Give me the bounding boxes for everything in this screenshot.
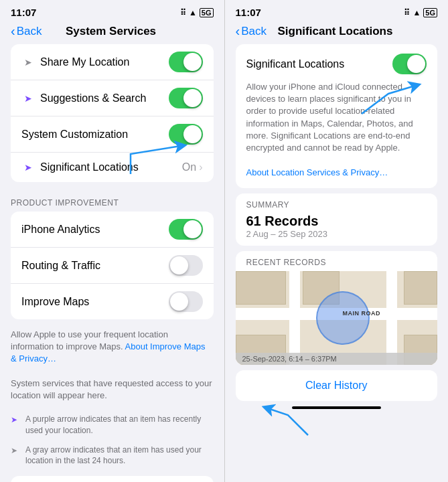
records-value: 61 Records	[246, 214, 427, 229]
legend-gray-text: A gray arrow indicates that an item has …	[25, 445, 214, 467]
summary-header: SUMMARY	[246, 200, 427, 210]
map-view[interactable]: MAIN ROAD 25-Sep-2023, 6:14 – 6:37PM	[236, 271, 438, 365]
row-share-location[interactable]: ➤ Share My Location	[11, 44, 214, 80]
summary-section: SUMMARY 61 Records 2 Aug – 25 Sep 2023	[236, 193, 438, 246]
row-suggestions[interactable]: ➤ Suggestions & Search	[11, 80, 214, 116]
road-label: MAIN ROAD	[343, 310, 381, 317]
status-icons-left: ⠿ ▲ 5G	[180, 8, 214, 17]
row-improve-maps[interactable]: Improve Maps	[11, 284, 214, 319]
legend-purple-text: A purple arrow indicates that an item ha…	[25, 414, 214, 436]
wifi-icon: ▲	[189, 8, 197, 17]
chevron-left-icon: ‹	[11, 23, 15, 39]
status-bar-section: Status Bar Icon	[11, 476, 214, 482]
building-3	[404, 271, 437, 305]
product-improvement-header: PRODUCT IMPROVEMENT	[0, 187, 224, 212]
dots-icon-right: ⠿	[404, 8, 410, 17]
system-customization-label: System Customization	[21, 129, 169, 141]
toggle-significant-locations-right[interactable]	[392, 54, 427, 74]
routing-traffic-label: Routing & Traffic	[21, 260, 169, 272]
back-button-left[interactable]: ‹ Back	[11, 23, 42, 39]
improve-maps-label: Improve Maps	[21, 296, 169, 308]
row-status-bar-icon[interactable]: Status Bar Icon	[11, 476, 214, 482]
recent-records-section: RECENT RECORDS MAIN ROAD 25-Sep-2023, 6:…	[236, 251, 438, 365]
status-icons-right: ⠿ ▲ 5G	[404, 8, 437, 17]
map-road-v3	[386, 271, 397, 365]
clear-history-section: Clear History	[236, 370, 438, 401]
chevron-left-icon-right: ‹	[236, 23, 240, 39]
legend-gray-icon: ➤	[11, 446, 17, 455]
row-system-customization[interactable]: System Customization	[11, 116, 214, 153]
row-iphone-analytics[interactable]: iPhone Analytics	[11, 212, 214, 248]
legend-purple: ➤ A purple arrow indicates that an item …	[0, 410, 224, 440]
status-bar-right: 11:07 ⠿ ▲ 5G	[225, 0, 449, 21]
page-title-left: System Services	[42, 25, 179, 38]
location-circle	[316, 291, 370, 345]
toggle-suggestions[interactable]	[169, 88, 203, 108]
sig-loc-title-row: Significant Locations	[246, 54, 427, 74]
significant-locations-card: Significant Locations Allow your iPhone …	[236, 44, 438, 188]
back-label-left: Back	[17, 25, 42, 38]
nav-bar-left: ‹ Back System Services	[0, 21, 224, 44]
toggle-improve-maps[interactable]	[169, 291, 203, 312]
back-button-right[interactable]: ‹ Back	[236, 23, 267, 39]
significant-locations-value: On	[182, 161, 196, 173]
significant-locations-label: Significant Locations	[40, 161, 182, 173]
left-screen: 11:07 ⠿ ▲ 5G ‹ Back System Services ➤ Sh…	[0, 0, 224, 482]
system-footer: System services that have requested acce…	[0, 374, 224, 410]
iphone-analytics-label: iPhone Analytics	[21, 224, 169, 236]
scroll-indicator-right	[292, 406, 381, 409]
clear-history-button[interactable]: Clear History	[305, 380, 367, 391]
chevron-right-icon: ›	[199, 161, 202, 173]
content-left: ➤ Share My Location ➤ Suggestions & Sear…	[0, 44, 224, 482]
dots-icon: ⠿	[180, 8, 186, 17]
improve-maps-footer: Allow Apple to use your frequent locatio…	[0, 325, 224, 374]
recent-records-header: RECENT RECORDS	[236, 251, 438, 271]
share-location-label: Share My Location	[40, 56, 169, 68]
toggle-iphone-analytics[interactable]	[169, 219, 203, 240]
wifi-icon-right: ▲	[413, 8, 421, 17]
status-bar-left: 11:07 ⠿ ▲ 5G	[0, 0, 224, 21]
content-right: Significant Locations Allow your iPhone …	[225, 44, 449, 482]
toggle-system-customization[interactable]	[169, 124, 203, 145]
suggestions-label: Suggestions & Search	[40, 92, 169, 104]
sig-loc-description: Allow your iPhone and iCloud connected d…	[246, 81, 427, 154]
location-icon-suggestions: ➤	[21, 93, 35, 104]
right-screen: 11:07 ⠿ ▲ 5G ‹ Back Significant Location…	[224, 0, 449, 482]
sig-loc-privacy-link[interactable]: About Location Services & Privacy…	[246, 167, 388, 177]
toggle-routing-traffic[interactable]	[169, 255, 203, 276]
location-icon-share: ➤	[21, 57, 35, 68]
location-icon-significant: ➤	[21, 162, 35, 173]
map-road-v1	[289, 271, 300, 365]
sig-loc-title: Significant Locations	[246, 58, 345, 70]
product-section: iPhone Analytics Routing & Traffic Impro…	[11, 212, 214, 319]
legend-gray: ➤ A gray arrow indicates that an item ha…	[0, 440, 224, 471]
battery-icon-right: 5G	[423, 8, 437, 17]
main-section-left: ➤ Share My Location ➤ Suggestions & Sear…	[11, 44, 214, 182]
map-timestamp: 25-Sep-2023, 6:14 – 6:37PM	[236, 353, 438, 365]
records-date: 2 Aug – 25 Sep 2023	[246, 229, 427, 239]
nav-bar-right: ‹ Back Significant Locations	[225, 21, 449, 44]
toggle-share-location[interactable]	[169, 52, 203, 72]
building-1	[236, 271, 286, 305]
row-significant-locations[interactable]: ➤ Significant Locations On ›	[11, 153, 214, 182]
battery-icon: 5G	[200, 8, 214, 17]
time-right: 11:07	[236, 7, 261, 18]
time-left: 11:07	[11, 7, 36, 18]
back-label-right: Back	[241, 25, 267, 38]
page-title-right: Significant Locations	[267, 25, 404, 38]
legend-purple-icon: ➤	[11, 415, 17, 424]
row-routing-traffic[interactable]: Routing & Traffic	[11, 248, 214, 284]
